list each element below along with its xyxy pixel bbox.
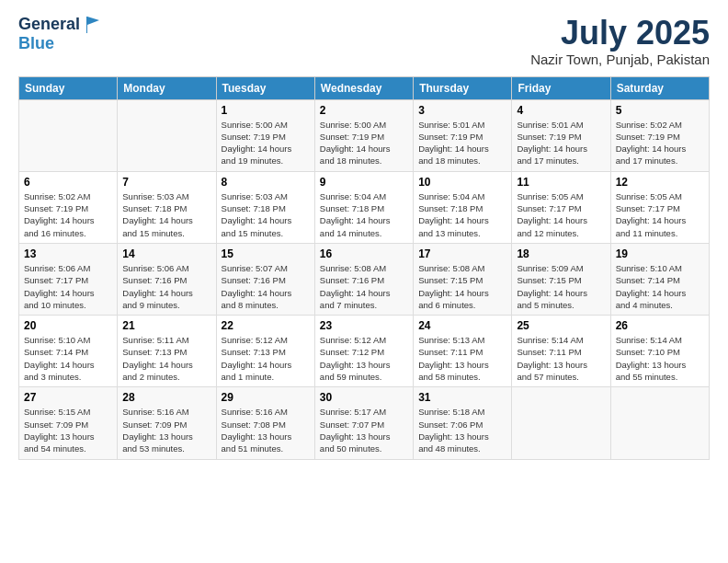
cell-info: Sunrise: 5:07 AM Sunset: 7:16 PM Dayligh… <box>222 262 310 311</box>
cell-info: Sunrise: 5:03 AM Sunset: 7:18 PM Dayligh… <box>222 190 310 239</box>
cell-info: Sunrise: 5:12 AM Sunset: 7:12 PM Dayligh… <box>320 334 408 383</box>
calendar-cell: 18Sunrise: 5:09 AM Sunset: 7:15 PM Dayli… <box>512 243 610 315</box>
cell-info: Sunrise: 5:00 AM Sunset: 7:19 PM Dayligh… <box>320 119 408 167</box>
day-number: 13 <box>24 247 112 260</box>
day-number: 20 <box>24 319 112 332</box>
day-number: 30 <box>320 391 408 404</box>
calendar-cell: 16Sunrise: 5:08 AM Sunset: 7:16 PM Dayli… <box>314 243 413 315</box>
col-header-monday: Monday <box>118 76 216 99</box>
cell-info: Sunrise: 5:03 AM Sunset: 7:18 PM Dayligh… <box>122 190 210 239</box>
calendar-cell: 11Sunrise: 5:05 AM Sunset: 7:17 PM Dayli… <box>512 171 610 243</box>
day-number: 5 <box>616 104 704 117</box>
week-row-5: 27Sunrise: 5:15 AM Sunset: 7:09 PM Dayli… <box>19 387 710 459</box>
day-number: 21 <box>122 319 210 332</box>
cell-info: Sunrise: 5:06 AM Sunset: 7:17 PM Dayligh… <box>24 262 112 311</box>
svg-marker-0 <box>86 17 99 33</box>
day-number: 4 <box>517 104 605 117</box>
cell-info: Sunrise: 5:02 AM Sunset: 7:19 PM Dayligh… <box>24 190 112 239</box>
day-number: 2 <box>320 104 408 117</box>
calendar-cell: 7Sunrise: 5:03 AM Sunset: 7:18 PM Daylig… <box>118 171 216 243</box>
calendar-cell: 27Sunrise: 5:15 AM Sunset: 7:09 PM Dayli… <box>19 387 118 459</box>
calendar-cell: 1Sunrise: 5:00 AM Sunset: 7:19 PM Daylig… <box>216 99 314 171</box>
calendar-cell <box>512 387 610 459</box>
day-number: 3 <box>418 104 506 117</box>
day-number: 24 <box>418 319 506 332</box>
cell-info: Sunrise: 5:18 AM Sunset: 7:06 PM Dayligh… <box>418 406 506 454</box>
cell-info: Sunrise: 5:14 AM Sunset: 7:11 PM Dayligh… <box>517 334 605 383</box>
calendar-cell: 15Sunrise: 5:07 AM Sunset: 7:16 PM Dayli… <box>216 243 314 315</box>
day-number: 8 <box>222 176 310 189</box>
cell-info: Sunrise: 5:14 AM Sunset: 7:10 PM Dayligh… <box>616 334 704 383</box>
calendar-cell: 6Sunrise: 5:02 AM Sunset: 7:19 PM Daylig… <box>19 171 118 243</box>
calendar-cell: 31Sunrise: 5:18 AM Sunset: 7:06 PM Dayli… <box>414 387 512 459</box>
day-number: 19 <box>616 247 704 260</box>
week-row-4: 20Sunrise: 5:10 AM Sunset: 7:14 PM Dayli… <box>19 316 710 387</box>
day-number: 6 <box>24 176 112 189</box>
calendar-cell: 12Sunrise: 5:05 AM Sunset: 7:17 PM Dayli… <box>610 171 709 243</box>
cell-info: Sunrise: 5:15 AM Sunset: 7:09 PM Dayligh… <box>24 406 112 454</box>
cell-info: Sunrise: 5:16 AM Sunset: 7:08 PM Dayligh… <box>222 406 310 454</box>
cell-info: Sunrise: 5:17 AM Sunset: 7:07 PM Dayligh… <box>320 406 408 454</box>
calendar-cell: 4Sunrise: 5:01 AM Sunset: 7:19 PM Daylig… <box>512 99 610 171</box>
day-number: 18 <box>517 247 605 260</box>
day-number: 1 <box>222 104 310 117</box>
week-row-2: 6Sunrise: 5:02 AM Sunset: 7:19 PM Daylig… <box>19 171 710 243</box>
cell-info: Sunrise: 5:06 AM Sunset: 7:16 PM Dayligh… <box>122 262 210 311</box>
day-number: 16 <box>320 247 408 260</box>
col-header-tuesday: Tuesday <box>216 76 314 99</box>
cell-info: Sunrise: 5:05 AM Sunset: 7:17 PM Dayligh… <box>517 190 605 239</box>
cell-info: Sunrise: 5:04 AM Sunset: 7:18 PM Dayligh… <box>320 190 408 239</box>
calendar-cell: 19Sunrise: 5:10 AM Sunset: 7:14 PM Dayli… <box>610 243 709 315</box>
calendar-cell: 8Sunrise: 5:03 AM Sunset: 7:18 PM Daylig… <box>216 171 314 243</box>
week-row-3: 13Sunrise: 5:06 AM Sunset: 7:17 PM Dayli… <box>19 243 710 315</box>
cell-info: Sunrise: 5:10 AM Sunset: 7:14 PM Dayligh… <box>24 334 112 383</box>
calendar-cell: 20Sunrise: 5:10 AM Sunset: 7:14 PM Dayli… <box>19 316 118 387</box>
cell-info: Sunrise: 5:05 AM Sunset: 7:17 PM Dayligh… <box>616 190 704 239</box>
calendar-cell: 24Sunrise: 5:13 AM Sunset: 7:11 PM Dayli… <box>414 316 512 387</box>
calendar-cell: 10Sunrise: 5:04 AM Sunset: 7:18 PM Dayli… <box>414 171 512 243</box>
calendar-cell: 2Sunrise: 5:00 AM Sunset: 7:19 PM Daylig… <box>314 99 413 171</box>
col-header-saturday: Saturday <box>610 76 709 99</box>
cell-info: Sunrise: 5:00 AM Sunset: 7:19 PM Dayligh… <box>222 119 310 167</box>
day-number: 14 <box>122 247 210 260</box>
col-header-thursday: Thursday <box>414 76 512 99</box>
calendar-cell: 14Sunrise: 5:06 AM Sunset: 7:16 PM Dayli… <box>118 243 216 315</box>
col-header-sunday: Sunday <box>19 76 118 99</box>
calendar-cell: 23Sunrise: 5:12 AM Sunset: 7:12 PM Dayli… <box>314 316 413 387</box>
day-number: 15 <box>222 247 310 260</box>
day-number: 27 <box>24 391 112 404</box>
calendar-cell: 17Sunrise: 5:08 AM Sunset: 7:15 PM Dayli… <box>414 243 512 315</box>
main-title: July 2025 <box>530 15 710 52</box>
day-number: 23 <box>320 319 408 332</box>
logo: General Blue <box>18 15 103 53</box>
calendar-cell: 22Sunrise: 5:12 AM Sunset: 7:13 PM Dayli… <box>216 316 314 387</box>
logo-flag-icon <box>83 15 103 35</box>
calendar-cell: 30Sunrise: 5:17 AM Sunset: 7:07 PM Dayli… <box>314 387 413 459</box>
day-number: 7 <box>122 176 210 189</box>
day-number: 17 <box>418 247 506 260</box>
day-number: 9 <box>320 176 408 189</box>
calendar-cell: 13Sunrise: 5:06 AM Sunset: 7:17 PM Dayli… <box>19 243 118 315</box>
week-row-1: 1Sunrise: 5:00 AM Sunset: 7:19 PM Daylig… <box>19 99 710 171</box>
cell-info: Sunrise: 5:10 AM Sunset: 7:14 PM Dayligh… <box>616 262 704 311</box>
header: General Blue July 2025 Nazir Town, Punja… <box>18 15 710 67</box>
calendar-cell: 28Sunrise: 5:16 AM Sunset: 7:09 PM Dayli… <box>118 387 216 459</box>
cell-info: Sunrise: 5:13 AM Sunset: 7:11 PM Dayligh… <box>418 334 506 383</box>
cell-info: Sunrise: 5:02 AM Sunset: 7:19 PM Dayligh… <box>616 119 704 167</box>
header-row: SundayMondayTuesdayWednesdayThursdayFrid… <box>19 76 710 99</box>
cell-info: Sunrise: 5:01 AM Sunset: 7:19 PM Dayligh… <box>418 119 506 167</box>
day-number: 11 <box>517 176 605 189</box>
cell-info: Sunrise: 5:12 AM Sunset: 7:13 PM Dayligh… <box>222 334 310 383</box>
calendar-cell <box>19 99 118 171</box>
day-number: 31 <box>418 391 506 404</box>
calendar-cell: 9Sunrise: 5:04 AM Sunset: 7:18 PM Daylig… <box>314 171 413 243</box>
cell-info: Sunrise: 5:08 AM Sunset: 7:15 PM Dayligh… <box>418 262 506 311</box>
day-number: 22 <box>222 319 310 332</box>
page: General Blue July 2025 Nazir Town, Punja… <box>0 0 728 469</box>
calendar-table: SundayMondayTuesdayWednesdayThursdayFrid… <box>18 76 710 460</box>
calendar-cell: 21Sunrise: 5:11 AM Sunset: 7:13 PM Dayli… <box>118 316 216 387</box>
calendar-cell: 25Sunrise: 5:14 AM Sunset: 7:11 PM Dayli… <box>512 316 610 387</box>
cell-info: Sunrise: 5:11 AM Sunset: 7:13 PM Dayligh… <box>122 334 210 383</box>
logo-blue: Blue <box>18 35 103 53</box>
calendar-cell <box>118 99 216 171</box>
